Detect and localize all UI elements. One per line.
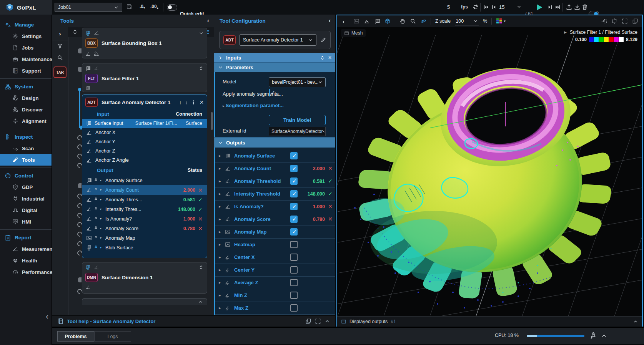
sidebar-item-measurements[interactable]: Measurements: [0, 243, 52, 255]
expand-help-button[interactable]: [324, 318, 330, 324]
sidebar-item-performance[interactable]: Performance: [0, 266, 52, 278]
output-port[interactable]: [78, 183, 82, 188]
sidebar-section-report[interactable]: Report: [0, 232, 52, 243]
maximize-help-button[interactable]: [315, 318, 321, 324]
sidebar-item-digital[interactable]: Digital: [0, 204, 52, 216]
tool-card-surface-filter[interactable]: FLTSurface Filter 1: [82, 63, 207, 92]
tool-output-row[interactable]: ▾Anomaly Count2.000✕: [82, 185, 207, 195]
outputs-section-header[interactable]: Outputs: [214, 137, 335, 148]
parameters-section-header[interactable]: Parameters: [214, 62, 335, 72]
tool-output-row[interactable]: ▾Anomaly Thres...0.581✓: [85, 195, 204, 204]
tar-badge[interactable]: TAR: [53, 66, 67, 78]
tool-help-bar[interactable]: Tool help - Surface Anomaly Detector: [52, 315, 335, 327]
output-config-row[interactable]: ▸Anomaly Count2.000✕: [215, 163, 335, 175]
anchor-row[interactable]: Anchor X: [85, 128, 204, 137]
expand-card-button[interactable]: [198, 66, 204, 71]
close-sections-button[interactable]: ✕: [328, 55, 332, 60]
viewer-collapse-button[interactable]: ‹: [343, 18, 344, 25]
expand-card-button[interactable]: [198, 265, 204, 270]
sidebar-item-tools[interactable]: Tools: [0, 154, 52, 166]
expand-all-button[interactable]: [72, 29, 78, 35]
expand-status-panel-button[interactable]: [601, 333, 607, 339]
model-select[interactable]: bevelProject01 - bev...: [269, 77, 326, 87]
output-checkbox[interactable]: [290, 177, 298, 185]
rail-expand-button[interactable]: ›: [52, 27, 68, 40]
quick-edit-toggle[interactable]: [167, 4, 177, 11]
legend-expand-icon[interactable]: ▶: [564, 30, 567, 34]
collapse-card-button[interactable]: [199, 31, 204, 36]
anchor-row[interactable]: Anchor Z Angle: [85, 156, 204, 165]
step-forward-button[interactable]: [547, 4, 553, 10]
import-recording-button[interactable]: [574, 3, 581, 10]
surface-input-row[interactable]: Surface Input Surface Filter 1/Fi... Sur…: [82, 119, 207, 128]
output-checkbox[interactable]: [290, 254, 298, 261]
output-checkbox[interactable]: [290, 266, 298, 274]
sidebar-item-support[interactable]: Support: [0, 65, 52, 76]
output-port[interactable]: [78, 277, 82, 282]
tool-output-row[interactable]: ▾Blob Surface: [85, 243, 204, 252]
zoom-tool-button[interactable]: [410, 18, 416, 24]
output-config-row[interactable]: ▸Anomaly Map: [215, 226, 335, 239]
anchor-row[interactable]: Anchor Y: [85, 137, 204, 146]
apply-segmentation-checkbox[interactable]: [269, 89, 270, 96]
delete-recording-button[interactable]: [581, 3, 588, 10]
output-checkbox[interactable]: [290, 190, 298, 197]
anchor-row[interactable]: Anchor Z: [85, 146, 204, 156]
tool-card-partial[interactable]: [82, 298, 207, 305]
sidebar-item-discover[interactable]: Discover: [0, 104, 52, 115]
sidebar-item-alignment[interactable]: Alignment: [0, 115, 52, 127]
output-config-row[interactable]: ▸Intensity Threshold148.000✓: [215, 188, 335, 201]
config-panel-collapse-button[interactable]: ‹: [329, 17, 331, 24]
output-checkbox[interactable]: [290, 292, 298, 299]
view-mode-chip[interactable]: Mesh: [341, 29, 366, 37]
train-model-button[interactable]: Train Model: [269, 115, 326, 125]
sidebar-item-design[interactable]: Design: [0, 92, 52, 104]
move-tool-up-button[interactable]: ↑: [179, 100, 182, 105]
output-config-row[interactable]: ▸Anomaly Threshold0.581✓: [215, 175, 335, 188]
sidebar-section-control[interactable]: Control: [0, 170, 52, 181]
tool-output-row[interactable]: ▾Anomaly Surface: [85, 176, 204, 185]
skip-to-start-button[interactable]: [483, 4, 489, 10]
output-checkbox[interactable]: [290, 203, 298, 210]
output-config-row[interactable]: ▸Heatmap: [215, 239, 335, 251]
tab-logs[interactable]: Logs: [94, 331, 131, 342]
tool-menu-button[interactable]: ⋮: [191, 100, 196, 105]
tool-card-surface-anomaly-detector[interactable]: ADT Surface Anomaly Detector 1 ↑ ↓ ⋮ ✕ I…: [82, 95, 207, 258]
output-checkbox[interactable]: [290, 152, 298, 159]
skip-to-end-button[interactable]: [555, 4, 561, 10]
fit-to-data-button[interactable]: [601, 18, 607, 24]
surface-view-button[interactable]: [374, 18, 380, 24]
save-job-button[interactable]: [126, 3, 132, 10]
tools-scrollbar[interactable]: [211, 112, 213, 130]
sidebar-section-manage[interactable]: Manage: [0, 19, 52, 30]
sidebar-collapse-button[interactable]: ‹: [46, 310, 48, 322]
zscale-select[interactable]: 100: [455, 17, 479, 25]
sidebar-item-industrial[interactable]: Industrial: [0, 193, 52, 204]
popout-help-button[interactable]: [305, 318, 311, 324]
sidebar-item-health[interactable]: Health: [0, 255, 52, 266]
output-port[interactable]: [78, 48, 82, 53]
tool-output-row[interactable]: ▾Is Anomaly?1.000✕: [85, 214, 204, 224]
sidebar-item-jobs[interactable]: Jobs: [0, 42, 52, 53]
sidebar-item-gdp[interactable]: GDP: [0, 181, 52, 193]
tool-output-row[interactable]: ▾Anomaly Score0.780✕: [85, 224, 204, 233]
output-config-row[interactable]: ▸Anomaly Score0.780✕: [215, 213, 335, 226]
rename-tool-button[interactable]: [320, 37, 326, 43]
output-config-row[interactable]: ▸Is Anomaly?1.000✕: [215, 201, 335, 213]
output-port[interactable]: [78, 67, 82, 72]
sidebar-item-settings[interactable]: Settings: [0, 30, 52, 42]
viewer-3d-canvas[interactable]: Mesh ▶Surface Filter 1 / Filtered Surfac…: [337, 27, 642, 316]
output-checkbox[interactable]: [290, 165, 298, 172]
tool-output-row[interactable]: ▾Anomaly Map: [85, 233, 204, 243]
search-tools-button[interactable]: [52, 52, 68, 63]
external-id-input[interactable]: SurfaceAnomalyDetector-1: [269, 127, 326, 136]
step-back-button[interactable]: [491, 4, 497, 10]
output-checkbox[interactable]: [290, 304, 298, 312]
move-tool-down-button[interactable]: ↓: [185, 100, 188, 105]
output-checkbox[interactable]: [290, 279, 298, 286]
loop-playback-icon[interactable]: [472, 3, 479, 10]
output-checkbox[interactable]: [290, 216, 298, 223]
output-config-row[interactable]: ▸Min Z: [215, 289, 335, 302]
increase-decimals-button[interactable]: .00▴: [150, 3, 159, 12]
pan-tool-button[interactable]: [399, 18, 406, 24]
